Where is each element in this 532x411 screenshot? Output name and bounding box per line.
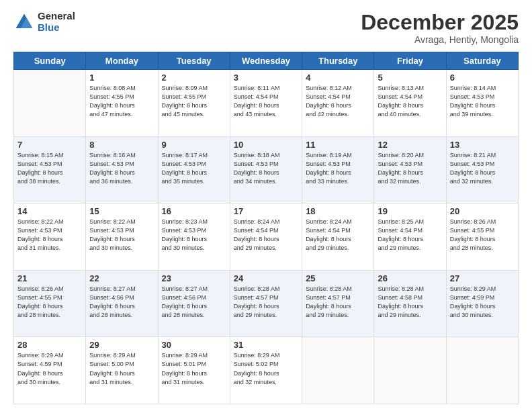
table-row: 24Sunrise: 8:28 AMSunset: 4:57 PMDayligh… [230,270,302,337]
table-row: 7Sunrise: 8:15 AMSunset: 4:53 PMDaylight… [14,136,86,203]
table-row [446,337,518,404]
day-info: Sunrise: 8:22 AMSunset: 4:53 PMDaylight:… [17,218,82,253]
day-info: Sunrise: 8:16 AMSunset: 4:53 PMDaylight:… [89,151,154,186]
day-number: 31 [234,340,298,350]
day-info: Sunrise: 8:28 AMSunset: 4:57 PMDaylight:… [306,285,370,320]
table-row: 22Sunrise: 8:27 AMSunset: 4:56 PMDayligh… [86,270,158,337]
table-row: 4Sunrise: 8:12 AMSunset: 4:54 PMDaylight… [302,70,374,137]
day-info: Sunrise: 8:29 AMSunset: 5:02 PMDaylight:… [234,351,298,386]
location: Avraga, Hentiy, Mongolia [361,34,519,45]
day-number: 29 [89,340,154,350]
day-number: 10 [234,140,298,150]
table-row: 20Sunrise: 8:26 AMSunset: 4:55 PMDayligh… [446,203,518,271]
table-row: 27Sunrise: 8:29 AMSunset: 4:59 PMDayligh… [446,270,518,337]
day-number: 19 [378,206,442,216]
table-row: 6Sunrise: 8:14 AMSunset: 4:53 PMDaylight… [446,70,518,137]
table-row [374,337,446,404]
day-info: Sunrise: 8:28 AMSunset: 4:57 PMDaylight:… [234,285,298,320]
table-row: 3Sunrise: 8:11 AMSunset: 4:54 PMDaylight… [230,70,302,137]
table-row [302,337,374,404]
col-monday: Monday [86,52,158,70]
day-number: 22 [89,273,154,283]
day-number: 18 [306,206,370,216]
col-wednesday: Wednesday [230,52,302,70]
table-row: 9Sunrise: 8:17 AMSunset: 4:53 PMDaylight… [158,136,230,203]
day-info: Sunrise: 8:29 AMSunset: 5:00 PMDaylight:… [89,351,154,386]
month-title: December 2025 [361,11,519,34]
table-row: 2Sunrise: 8:09 AMSunset: 4:55 PMDaylight… [158,70,230,137]
table-row: 25Sunrise: 8:28 AMSunset: 4:57 PMDayligh… [302,270,374,337]
table-row: 1Sunrise: 8:08 AMSunset: 4:55 PMDaylight… [86,70,158,137]
logo-icon [13,11,35,33]
day-info: Sunrise: 8:08 AMSunset: 4:55 PMDaylight:… [89,84,154,119]
day-number: 26 [378,273,442,283]
day-info: Sunrise: 8:21 AMSunset: 4:53 PMDaylight:… [450,151,515,186]
day-info: Sunrise: 8:20 AMSunset: 4:53 PMDaylight:… [378,151,442,186]
col-thursday: Thursday [302,52,374,70]
day-number: 28 [17,340,82,350]
logo-general-text: General [38,11,75,22]
day-number: 11 [306,140,370,150]
day-number: 3 [234,73,298,83]
day-info: Sunrise: 8:13 AMSunset: 4:54 PMDaylight:… [378,84,442,119]
table-row: 28Sunrise: 8:29 AMSunset: 4:59 PMDayligh… [14,337,86,404]
table-row: 16Sunrise: 8:23 AMSunset: 4:53 PMDayligh… [158,203,230,271]
table-row: 18Sunrise: 8:24 AMSunset: 4:54 PMDayligh… [302,203,374,271]
day-number: 16 [162,206,226,216]
day-info: Sunrise: 8:23 AMSunset: 4:53 PMDaylight:… [162,218,226,253]
day-number: 2 [162,73,226,83]
table-row: 29Sunrise: 8:29 AMSunset: 5:00 PMDayligh… [86,337,158,404]
day-number: 12 [378,140,442,150]
day-info: Sunrise: 8:29 AMSunset: 5:01 PMDaylight:… [162,351,226,386]
day-info: Sunrise: 8:24 AMSunset: 4:54 PMDaylight:… [234,218,298,253]
day-info: Sunrise: 8:22 AMSunset: 4:53 PMDaylight:… [89,218,154,253]
day-info: Sunrise: 8:19 AMSunset: 4:53 PMDaylight:… [306,151,370,186]
logo-blue-text: Blue [38,22,75,34]
table-row: 23Sunrise: 8:27 AMSunset: 4:56 PMDayligh… [158,270,230,337]
calendar-week-row: 14Sunrise: 8:22 AMSunset: 4:53 PMDayligh… [14,203,519,271]
day-info: Sunrise: 8:24 AMSunset: 4:54 PMDaylight:… [306,218,370,253]
day-number: 13 [450,140,515,150]
col-saturday: Saturday [446,52,518,70]
day-info: Sunrise: 8:15 AMSunset: 4:53 PMDaylight:… [17,151,82,186]
day-number: 30 [162,340,226,350]
day-info: Sunrise: 8:28 AMSunset: 4:58 PMDaylight:… [378,285,442,320]
day-number: 24 [234,273,298,283]
page: General Blue December 2025 Avraga, Henti… [0,0,532,411]
day-number: 20 [450,206,515,216]
day-number: 7 [17,140,82,150]
calendar-week-row: 7Sunrise: 8:15 AMSunset: 4:53 PMDaylight… [14,136,519,203]
table-row [14,70,86,137]
table-row: 17Sunrise: 8:24 AMSunset: 4:54 PMDayligh… [230,203,302,271]
day-number: 17 [234,206,298,216]
header: General Blue December 2025 Avraga, Henti… [13,11,519,45]
day-info: Sunrise: 8:29 AMSunset: 4:59 PMDaylight:… [17,351,82,386]
day-info: Sunrise: 8:11 AMSunset: 4:54 PMDaylight:… [234,84,298,119]
calendar-header-row: Sunday Monday Tuesday Wednesday Thursday… [14,52,519,70]
day-info: Sunrise: 8:26 AMSunset: 4:55 PMDaylight:… [17,285,82,320]
day-info: Sunrise: 8:27 AMSunset: 4:56 PMDaylight:… [162,285,226,320]
table-row: 19Sunrise: 8:25 AMSunset: 4:54 PMDayligh… [374,203,446,271]
day-number: 27 [450,273,515,283]
day-info: Sunrise: 8:25 AMSunset: 4:54 PMDaylight:… [378,218,442,253]
table-row: 5Sunrise: 8:13 AMSunset: 4:54 PMDaylight… [374,70,446,137]
table-row: 11Sunrise: 8:19 AMSunset: 4:53 PMDayligh… [302,136,374,203]
day-info: Sunrise: 8:09 AMSunset: 4:55 PMDaylight:… [162,84,226,119]
table-row: 21Sunrise: 8:26 AMSunset: 4:55 PMDayligh… [14,270,86,337]
col-friday: Friday [374,52,446,70]
day-number: 15 [89,206,154,216]
day-info: Sunrise: 8:12 AMSunset: 4:54 PMDaylight:… [306,84,370,119]
table-row: 14Sunrise: 8:22 AMSunset: 4:53 PMDayligh… [14,203,86,271]
logo-text: General Blue [38,11,75,33]
day-number: 8 [89,140,154,150]
calendar-table: Sunday Monday Tuesday Wednesday Thursday… [13,52,519,404]
day-number: 9 [162,140,226,150]
day-number: 23 [162,273,226,283]
title-block: December 2025 Avraga, Hentiy, Mongolia [361,11,519,45]
logo: General Blue [13,11,75,33]
calendar-week-row: 28Sunrise: 8:29 AMSunset: 4:59 PMDayligh… [14,337,519,404]
table-row: 12Sunrise: 8:20 AMSunset: 4:53 PMDayligh… [374,136,446,203]
day-info: Sunrise: 8:18 AMSunset: 4:53 PMDaylight:… [234,151,298,186]
day-number: 5 [378,73,442,83]
table-row: 31Sunrise: 8:29 AMSunset: 5:02 PMDayligh… [230,337,302,404]
